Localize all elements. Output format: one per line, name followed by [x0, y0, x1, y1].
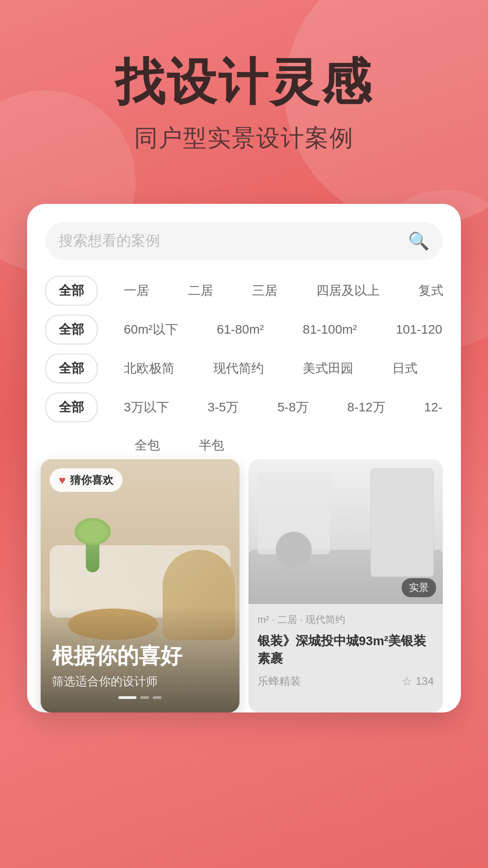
filter-tag-3wan[interactable]: 3万以下: [111, 393, 182, 421]
filter-tag-banbao[interactable]: 半包: [186, 431, 237, 459]
filter-row-style: 全部 北欧极简 现代简约 美式田园 日式 中式现代: [45, 354, 443, 383]
plant-leaves: [75, 518, 111, 545]
overlay-main-text: 根据你的喜好: [52, 643, 228, 669]
dots-indicator: [52, 696, 228, 699]
filter-row-area: 全部 60m²以下 61-80m² 81-100m² 101-120m²: [45, 315, 443, 344]
filter-tag-3ju[interactable]: 三居: [239, 277, 290, 305]
filter-tag-all-1[interactable]: 全部: [45, 276, 98, 306]
favorite-label: 猜你喜欢: [70, 473, 113, 487]
filter-tag-81-100[interactable]: 81-100m²: [290, 317, 370, 342]
filter-tag-5-8wan[interactable]: 5-8万: [265, 393, 321, 421]
favorite-badge: ♥ 猜你喜欢: [50, 468, 122, 492]
filter-tag-quanbao[interactable]: 全包: [122, 431, 173, 459]
dot-2: [153, 696, 162, 699]
search-placeholder: 搜索想看的案例: [59, 231, 408, 251]
right-card-tags: m² · 二居 · 现代简约: [258, 613, 434, 627]
filter-tag-61-80[interactable]: 61-80m²: [204, 317, 277, 342]
filter-tag-modern[interactable]: 现代简约: [201, 354, 277, 382]
like-count: ☆ 134: [402, 675, 434, 689]
star-icon: ☆: [402, 675, 412, 689]
gray-panel: [371, 468, 434, 577]
left-card[interactable]: ♥ 猜你喜欢 根据你的喜好 筛选适合你的设计师: [41, 459, 239, 712]
right-card-title: 银装》深城投中城93m²美银装素裹: [258, 632, 434, 667]
filter-tag-4ju[interactable]: 四居及以上: [304, 277, 392, 305]
dot-active: [118, 696, 136, 699]
right-card[interactable]: 实景 m² · 二居 · 现代简约 银装》深城投中城93m²美银装素裹 乐蜂精装…: [249, 459, 443, 712]
filter-row-budget: 全部 3万以下 3-5万 5-8万 8-12万 12-18万: [45, 392, 443, 422]
right-card-image: 实景: [249, 459, 443, 604]
filter-tag-2ju[interactable]: 二居: [175, 277, 226, 305]
overlay-text: 根据你的喜好 筛选适合你的设计师: [41, 607, 239, 712]
filter-tag-60m2[interactable]: 60m²以下: [111, 316, 191, 344]
filter-rows: 全部 一居 二居 三居 四居及以上 复式 样板间 全部 60m²以下 61-80…: [45, 276, 443, 459]
real-label: 实景: [402, 578, 436, 597]
search-bar[interactable]: 搜索想看的案例 🔍: [45, 222, 443, 260]
overlay-sub-text: 筛选适合你的设计师: [52, 674, 228, 689]
filter-row-package: 全包 半包: [45, 431, 443, 459]
filter-tag-all-4[interactable]: 全部: [45, 392, 98, 422]
filter-tag-all-2[interactable]: 全部: [45, 315, 98, 344]
filter-tag-101-120[interactable]: 101-120m²: [383, 317, 443, 342]
hero-title: 找设计灵感: [36, 54, 452, 109]
filter-tag-3-5wan[interactable]: 3-5万: [195, 393, 251, 421]
filter-tag-8-12wan[interactable]: 8-12万: [335, 393, 398, 421]
app-card: 搜索想看的案例 🔍 全部 一居 二居 三居 四居及以上 复式 样板间 全部 60…: [27, 204, 461, 712]
filter-row-room-type: 全部 一居 二居 三居 四居及以上 复式 样板间: [45, 276, 443, 306]
search-icon[interactable]: 🔍: [408, 231, 429, 251]
filter-tag-american[interactable]: 美式田园: [290, 354, 366, 382]
right-card-info: m² · 二居 · 现代简约 银装》深城投中城93m²美银装素裹 乐蜂精装 ☆ …: [249, 604, 443, 698]
author-name: 乐蜂精装: [258, 674, 301, 689]
filter-tag-all-3[interactable]: 全部: [45, 354, 98, 383]
hero-subtitle: 同户型实景设计案例: [36, 123, 452, 154]
filter-tag-fushi[interactable]: 复式: [406, 277, 443, 305]
filter-tag-nordic[interactable]: 北欧极简: [111, 354, 187, 382]
gray-table-small: [276, 532, 312, 568]
filter-tag-1ju[interactable]: 一居: [111, 277, 162, 305]
filter-tag-12-18wan[interactable]: 12-18万: [412, 393, 443, 421]
like-number: 134: [416, 675, 434, 688]
dot-1: [140, 696, 149, 699]
right-card-footer: 乐蜂精装 ☆ 134: [258, 674, 434, 689]
cards-section: ♥ 猜你喜欢 根据你的喜好 筛选适合你的设计师: [45, 473, 443, 712]
filter-tag-japanese[interactable]: 日式: [380, 354, 430, 382]
heart-icon: ♥: [59, 473, 66, 487]
hero-section: 找设计灵感 同户型实景设计案例: [0, 0, 488, 181]
